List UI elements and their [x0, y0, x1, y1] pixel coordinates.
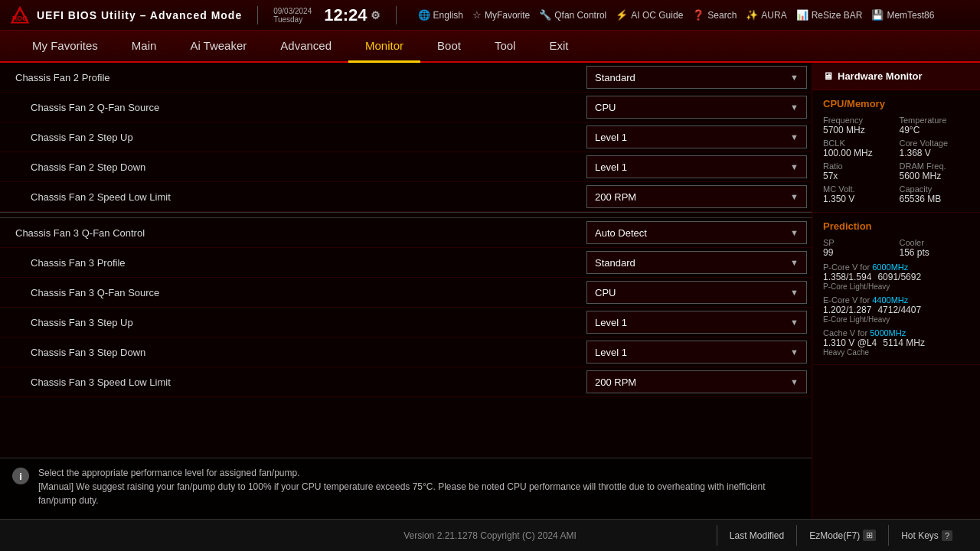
row-chassis-fan3-qfan-source: Chassis Fan 3 Q-Fan Source CPU ▼ — [0, 278, 812, 308]
value-chassis-fan3-speed-low: 200 RPM ▼ — [582, 367, 812, 396]
row-chassis-fan3-speed-low: Chassis Fan 3 Speed Low Limit 200 RPM ▼ — [0, 367, 812, 397]
last-modified-label: Last Modified — [730, 530, 784, 541]
value-chassis-fan2-qfan-source: CPU ▼ — [582, 93, 812, 122]
last-modified-button[interactable]: Last Modified — [717, 525, 796, 546]
label-chassis-fan3-qfan-ctrl: Chassis Fan 3 Q-Fan Control — [0, 223, 582, 243]
nav-english-label: English — [433, 10, 463, 21]
row-chassis-fan2-speed-low: Chassis Fan 2 Speed Low Limit 200 RPM ▼ — [0, 182, 812, 212]
ecore-lh-label: E-Core Light/Heavy — [823, 315, 969, 324]
star-icon: ☆ — [472, 9, 482, 21]
row-chassis-fan2-profile: Chassis Fan 2 Profile Standard ▼ — [0, 63, 812, 93]
value-chassis-fan3-profile: Standard ▼ — [582, 248, 812, 277]
value-chassis-fan2-speed-low: 200 RPM ▼ — [582, 182, 812, 211]
separator — [0, 212, 812, 218]
nav-myfavorite-label: MyFavorite — [485, 10, 530, 21]
menu-aitweaker[interactable]: Ai Tweaker — [173, 31, 263, 63]
settings-icon[interactable]: ⚙ — [371, 10, 381, 21]
settings-scroll[interactable]: Chassis Fan 2 Profile Standard ▼ Chassis… — [0, 63, 812, 458]
globe-icon: 🌐 — [418, 9, 430, 21]
header-divider2 — [396, 6, 397, 24]
cpu-memory-section: CPU/Memory Frequency 5700 MHz Temperatur… — [812, 90, 980, 213]
dropdown-chassis-fan2-profile[interactable]: Standard ▼ — [586, 66, 807, 89]
label-chassis-fan3-profile: Chassis Fan 3 Profile — [0, 253, 582, 273]
dropdown-chassis-fan3-step-down[interactable]: Level 1 ▼ — [586, 341, 807, 364]
date-display: 09/03/2024 — [273, 7, 312, 15]
label-chassis-fan3-speed-low: Chassis Fan 3 Speed Low Limit — [0, 372, 582, 393]
row-chassis-fan2-qfan-source: Chassis Fan 2 Q-Fan Source CPU ▼ — [0, 93, 812, 122]
nav-resizebar[interactable]: 📊 ReSize BAR — [796, 9, 863, 21]
value-chassis-fan2-profile: Standard ▼ — [582, 63, 812, 92]
nav-myfavorite[interactable]: ☆ MyFavorite — [472, 9, 530, 21]
row-chassis-fan3-profile: Chassis Fan 3 Profile Standard ▼ — [0, 248, 812, 278]
info-icon: i — [12, 468, 29, 484]
dropdown-arrow: ▼ — [790, 73, 799, 82]
cpu-memory-grid: Frequency 5700 MHz Temperature 49°C BCLK… — [823, 116, 969, 204]
row-chassis-fan3-step-down: Chassis Fan 3 Step Down Level 1 ▼ — [0, 337, 812, 367]
resizebar-icon: 📊 — [796, 9, 808, 21]
dropdown-chassis-fan3-qfan-ctrl[interactable]: Auto Detect ▼ — [586, 221, 807, 244]
cache-freq: 5000MHz — [870, 328, 906, 337]
hotkeys-key: ? — [942, 530, 952, 541]
dropdown-chassis-fan3-speed-low[interactable]: 200 RPM ▼ — [586, 370, 807, 393]
nav-aioc[interactable]: ⚡ AI OC Guide — [616, 9, 683, 21]
dropdown-chassis-fan2-step-up[interactable]: Level 1 ▼ — [586, 126, 807, 148]
cooler-item: Cooler 156 pts — [900, 238, 970, 258]
menu-advanced[interactable]: Advanced — [263, 31, 348, 63]
header-divider — [257, 6, 258, 24]
nav-english[interactable]: 🌐 English — [418, 9, 463, 21]
right-panel: 🖥 Hardware Monitor CPU/Memory Frequency … — [812, 63, 980, 519]
footer-version: Version 2.21.1278 Copyright (C) 2024 AMI — [403, 530, 576, 541]
nav-aura-label: AURA — [761, 10, 786, 21]
nav-memtest[interactable]: 💾 MemTest86 — [871, 9, 934, 21]
value-chassis-fan2-step-down: Level 1 ▼ — [582, 152, 812, 181]
menu-main[interactable]: Main — [115, 31, 174, 63]
dropdown-arrow4: ▼ — [790, 162, 799, 171]
nav-qfan[interactable]: 🔧 Qfan Control — [539, 9, 606, 21]
label-chassis-fan2-step-down: Chassis Fan 2 Step Down — [0, 157, 582, 178]
menu-myfavorites[interactable]: My Favorites — [15, 31, 115, 63]
dropdown-chassis-fan3-profile[interactable]: Standard ▼ — [586, 251, 807, 274]
nav-search-label: Search — [707, 10, 737, 21]
pcore-freq: 6000MHz — [872, 262, 908, 272]
dropdown-chassis-fan2-step-down[interactable]: Level 1 ▼ — [586, 155, 807, 178]
menubar: My Favorites Main Ai Tweaker Advanced Mo… — [0, 31, 980, 63]
ecore-freq: 4400MHz — [872, 295, 908, 305]
prediction-title: Prediction — [823, 220, 969, 232]
time-display: 12:24 ⚙ — [324, 7, 380, 24]
heavy-cache-label: Heavy Cache — [823, 348, 969, 357]
app-title: UEFI BIOS Utility – Advanced Mode — [37, 9, 242, 21]
core-voltage-item: Core Voltage 1.368 V — [900, 139, 970, 158]
value-chassis-fan2-step-up: Level 1 ▼ — [582, 122, 812, 152]
menu-exit[interactable]: Exit — [532, 31, 585, 63]
content-inner: Chassis Fan 2 Profile Standard ▼ Chassis… — [0, 63, 812, 519]
datetime: 09/03/2024 Tuesday — [273, 7, 312, 24]
row-chassis-fan3-qfan-ctrl: Chassis Fan 3 Q-Fan Control Auto Detect … — [0, 218, 812, 248]
dropdown-chassis-fan2-speed-low[interactable]: 200 RPM ▼ — [586, 185, 807, 208]
menu-boot[interactable]: Boot — [420, 31, 478, 63]
nav-resizebar-label: ReSize BAR — [812, 10, 863, 21]
dropdown-chassis-fan3-step-up[interactable]: Level 1 ▼ — [586, 311, 807, 334]
dropdown-arrow9: ▼ — [790, 318, 799, 327]
dropdown-arrow8: ▼ — [790, 288, 799, 297]
dropdown-chassis-fan3-qfan-source[interactable]: CPU ▼ — [586, 281, 807, 304]
row-chassis-fan2-step-down: Chassis Fan 2 Step Down Level 1 ▼ — [0, 152, 812, 182]
hotkeys-button[interactable]: Hot Keys ? — [888, 525, 965, 546]
value-chassis-fan3-qfan-source: CPU ▼ — [582, 278, 812, 307]
nav-search[interactable]: ❓ Search — [692, 9, 737, 21]
label-chassis-fan2-step-up: Chassis Fan 2 Step Up — [0, 127, 582, 148]
dropdown-arrow3: ▼ — [790, 132, 799, 142]
nav-aura[interactable]: ✨ AURA — [746, 9, 786, 21]
label-chassis-fan2-qfan-source: Chassis Fan 2 Q-Fan Source — [0, 97, 582, 118]
dropdown-arrow2: ▼ — [790, 103, 799, 112]
capacity-item: Capacity 65536 MB — [900, 184, 970, 204]
frequency-label: Frequency 5700 MHz — [823, 116, 893, 135]
menu-tool[interactable]: Tool — [478, 31, 533, 63]
dropdown-chassis-fan2-qfan-source[interactable]: CPU ▼ — [586, 96, 807, 119]
ratio-item: Ratio 57x — [823, 161, 893, 181]
ezmode-button[interactable]: EzMode(F7) ⊞ — [796, 525, 888, 546]
svg-text:ROG: ROG — [12, 15, 28, 22]
label-chassis-fan2-profile: Chassis Fan 2 Profile — [0, 67, 582, 88]
nav-memtest-label: MemTest86 — [887, 10, 934, 21]
dropdown-arrow5: ▼ — [790, 192, 799, 201]
menu-monitor[interactable]: Monitor — [348, 31, 420, 63]
